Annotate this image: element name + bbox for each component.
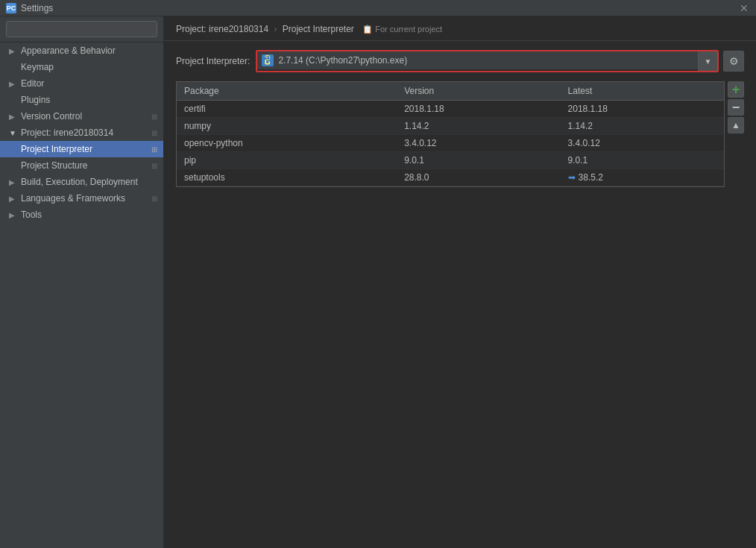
package-version: 9.0.1 (397, 152, 560, 169)
note-icon: 📋 (362, 25, 373, 34)
sidebar-item-appearance-behavior[interactable]: ▶ Appearance & Behavior (0, 42, 163, 59)
package-latest: 2018.1.18 (561, 101, 724, 118)
interpreter-value: 2.7.14 (C:\Python27\python.exe) (278, 55, 407, 66)
sidebar: ▶ Appearance & Behavior Keymap ▶ Editor … (0, 16, 164, 548)
breadcrumb-page: Project Interpreter (283, 24, 354, 34)
lang-icon: ⊞ (151, 195, 157, 203)
title-bar: PC Settings ✕ (0, 0, 756, 16)
package-latest: 3.4.0.12 (561, 135, 724, 152)
add-package-button[interactable]: + (728, 81, 744, 98)
sidebar-item-label: Version Control (21, 111, 151, 122)
sidebar-item-editor[interactable]: ▶ Editor (0, 75, 163, 92)
sidebar-item-label: Editor (21, 78, 157, 89)
col-header-latest: Latest (561, 82, 724, 101)
python-icon (262, 54, 274, 66)
app-icon: PC (6, 3, 16, 13)
expand-arrow-icon: ▶ (9, 211, 18, 219)
breadcrumb-separator: › (274, 24, 277, 34)
svg-point-1 (266, 57, 268, 58)
package-latest: 1.14.2 (561, 118, 724, 135)
package-name: numpy (177, 118, 397, 135)
table-row[interactable]: opencv-python3.4.0.123.4.0.12 (177, 135, 724, 152)
sidebar-item-keymap[interactable]: Keymap (0, 59, 163, 75)
package-name: certifi (177, 101, 397, 118)
expand-arrow-icon: ▶ (9, 113, 18, 121)
search-input[interactable] (6, 21, 157, 37)
package-table: Package Version Latest certifi2018.1.182… (177, 82, 724, 186)
package-version: 3.4.0.12 (397, 135, 560, 152)
expand-arrow-icon: ▶ (9, 80, 18, 88)
breadcrumb-project: Project: irene20180314 (176, 24, 268, 34)
svg-rect-0 (262, 54, 274, 66)
expand-arrow-icon: ▶ (9, 47, 18, 55)
move-up-button[interactable]: ▲ (728, 117, 744, 133)
col-header-package: Package (177, 82, 397, 101)
sidebar-item-label: Project Structure (21, 160, 151, 171)
expand-arrow-icon: ▼ (9, 129, 18, 137)
breadcrumb: Project: irene20180314 › Project Interpr… (164, 16, 756, 41)
interpreter-settings-button[interactable]: ⚙ (723, 51, 744, 72)
sidebar-item-label: Project: irene20180314 (21, 127, 151, 138)
table-side-buttons: + − ▲ (728, 81, 744, 187)
table-row[interactable]: setuptools28.8.0➡38.5.2 (177, 169, 724, 186)
expand-arrow-icon: ▶ (9, 178, 18, 186)
sidebar-item-languages-frameworks[interactable]: ▶ Languages & Frameworks ⊞ (0, 190, 163, 207)
interpreter-label: Project Interpreter: (176, 56, 250, 66)
content-area: Project: irene20180314 › Project Interpr… (164, 16, 756, 548)
main-container: ▶ Appearance & Behavior Keymap ▶ Editor … (0, 16, 756, 548)
table-row[interactable]: pip9.0.19.0.1 (177, 152, 724, 169)
interpreter-select-wrapper: 2.7.14 (C:\Python27\python.exe) ▼ (256, 50, 719, 72)
package-version: 2018.1.18 (397, 101, 560, 118)
sidebar-item-label: Keymap (21, 62, 157, 72)
sidebar-item-label: Tools (21, 210, 157, 220)
breadcrumb-note: 📋 For current project (362, 25, 442, 34)
sidebar-item-project-structure[interactable]: Project Structure ⊞ (0, 157, 163, 174)
sidebar-item-project-interpreter[interactable]: Project Interpreter ⊞ (0, 141, 163, 157)
sidebar-item-project[interactable]: ▼ Project: irene20180314 ⊞ (0, 125, 163, 141)
structure-icon: ⊞ (151, 162, 157, 170)
sidebar-item-plugins[interactable]: Plugins (0, 92, 163, 108)
sidebar-item-label: Appearance & Behavior (21, 45, 157, 56)
table-container: Package Version Latest certifi2018.1.182… (176, 81, 725, 187)
package-latest: 9.0.1 (561, 152, 724, 169)
interpreter-row: Project Interpreter: 2.7.14 (C:\Python27… (176, 50, 744, 72)
table-wrapper: Package Version Latest certifi2018.1.182… (176, 81, 744, 187)
sidebar-item-tools[interactable]: ▶ Tools (0, 207, 163, 223)
expand-arrow-icon: ▶ (9, 195, 18, 203)
close-button[interactable]: ✕ (738, 2, 750, 14)
table-row[interactable]: certifi2018.1.182018.1.18 (177, 101, 724, 118)
package-name: setuptools (177, 169, 397, 186)
interpreter-dropdown-button[interactable]: ▼ (698, 51, 717, 71)
vcs-icon: ⊞ (151, 113, 157, 121)
sidebar-item-label: Build, Execution, Deployment (21, 177, 157, 187)
sidebar-item-label: Languages & Frameworks (21, 193, 151, 204)
upgrade-arrow-icon: ➡ (568, 172, 576, 183)
package-name: pip (177, 152, 397, 169)
table-row[interactable]: numpy1.14.21.14.2 (177, 118, 724, 135)
package-version: 1.14.2 (397, 118, 560, 135)
package-version: 28.8.0 (397, 169, 560, 186)
interpreter-value-display[interactable]: 2.7.14 (C:\Python27\python.exe) (257, 51, 698, 69)
sidebar-item-build-execution[interactable]: ▶ Build, Execution, Deployment (0, 174, 163, 190)
window-title: Settings (21, 3, 738, 13)
interpreter-list-icon: ⊞ (151, 145, 157, 154)
remove-package-button[interactable]: − (728, 99, 744, 116)
col-header-version: Version (397, 82, 560, 101)
project-icon: ⊞ (151, 129, 157, 137)
package-latest: ➡38.5.2 (561, 169, 724, 186)
package-name: opencv-python (177, 135, 397, 152)
sidebar-item-version-control[interactable]: ▶ Version Control ⊞ (0, 108, 163, 125)
sidebar-item-label: Plugins (21, 95, 157, 105)
sidebar-item-label: Project Interpreter (21, 144, 151, 154)
content-body: Project Interpreter: 2.7.14 (C:\Python27… (164, 41, 756, 548)
search-box (0, 16, 163, 42)
